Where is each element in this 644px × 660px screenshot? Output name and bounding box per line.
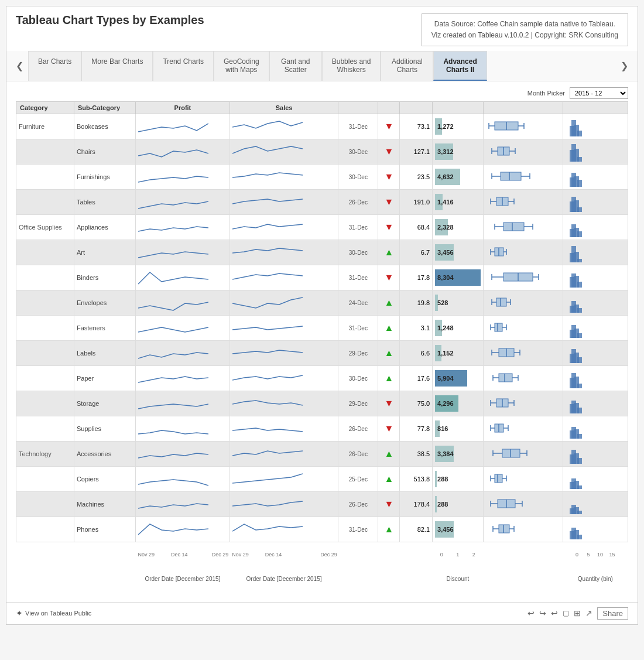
svg-rect-120 [502, 449, 520, 457]
trend-arrow: ▼ [378, 165, 400, 190]
trend-icon: ▼ [384, 272, 393, 282]
date-cell: 31-Dec [338, 265, 378, 290]
trend-icon: ▼ [384, 197, 393, 207]
svg-rect-66 [496, 298, 506, 306]
date-cell: 24-Dec [338, 290, 378, 316]
profit-sparkline-cell [136, 240, 230, 265]
sales-sparkline-cell [229, 215, 338, 240]
boxplot-svg [486, 343, 544, 362]
revert-button[interactable]: ↩ [551, 608, 558, 618]
sales-sparkline [232, 166, 303, 187]
next-arrow[interactable]: ❯ [616, 58, 633, 74]
table-row: Envelopes 24-Dec ▲ 19.8 528 [16, 290, 628, 316]
boxplot-cell [483, 391, 563, 416]
sales-value-label: 1,416 [435, 199, 454, 206]
trend-icon: ▲ [384, 247, 393, 257]
sales-value-label: 3,456 [435, 249, 454, 256]
tab-more-bar-charts[interactable]: More Bar Charts [81, 51, 153, 81]
svg-rect-21 [501, 172, 521, 180]
profit-sparkline-cell [136, 492, 230, 517]
sales-bar-cell: 288 [433, 492, 484, 517]
tab-additional-charts[interactable]: AdditionalCharts [381, 51, 433, 81]
sales-sparkline-cell [229, 341, 338, 366]
tab-geocoding[interactable]: GeoCodingwith Maps [214, 51, 269, 81]
subcategory-cell: Bookcases [74, 114, 135, 139]
tab-advanced-charts[interactable]: AdvancedCharts II [433, 51, 487, 81]
table-row: Paper 30-Dec ▲ 17.6 5,904 [16, 366, 628, 391]
trend-value: 17.6 [400, 366, 433, 391]
trend-value: 68.4 [400, 215, 433, 240]
sales-sparkline-cell [229, 139, 338, 165]
date-cell: 29-Dec [338, 391, 378, 416]
footer-view-link[interactable]: ✦ View on Tableau Public [16, 608, 91, 618]
svg-rect-129 [495, 474, 502, 483]
sales-bar-cell: 1,272 [433, 114, 484, 139]
tab-bubbles-whiskers[interactable]: Bubbles andWhiskers [322, 51, 381, 81]
date-cell: 26-Dec [338, 492, 378, 517]
profit-sparkline [138, 216, 208, 237]
table-row: Technology Accessories 26-Dec ▲ 38.5 3,3… [16, 442, 628, 467]
trend-icon: ▼ [384, 121, 393, 131]
boxplot-svg [486, 318, 544, 337]
histogram-cell [563, 190, 628, 215]
trend-arrow: ▼ [378, 492, 400, 517]
redo-button[interactable]: ↪ [539, 608, 546, 618]
category-cell: Furniture [16, 114, 74, 139]
subcategory-cell: Phones [74, 517, 135, 542]
profit-sparkline-cell [136, 114, 230, 139]
col-header-salesbar [433, 102, 484, 114]
sales-sparkline [232, 115, 303, 136]
month-picker-select[interactable]: 2015 - 12 [570, 87, 628, 99]
trend-value: 191.0 [400, 190, 433, 215]
tab-bar-charts[interactable]: Bar Charts [28, 51, 81, 81]
col-header-value [400, 102, 433, 114]
histogram-svg [566, 443, 612, 464]
tab-trend-charts[interactable]: Trend Charts [153, 51, 214, 81]
sales-bar: 288 [435, 471, 481, 487]
undo-button[interactable]: ↩ [527, 608, 535, 618]
boxplot-cell [483, 316, 563, 341]
profit-sparkline [138, 115, 208, 136]
sales-bar: 3,384 [435, 446, 481, 462]
sales-sparkline-cell [229, 290, 338, 316]
profit-sparkline [138, 367, 208, 388]
trend-value: 6.7 [400, 240, 433, 265]
table-row: Machines 26-Dec ▼ 178.4 288 [16, 492, 628, 517]
date-cell: 31-Dec [338, 114, 378, 139]
histogram-svg [566, 191, 612, 212]
trend-arrow: ▲ [378, 240, 400, 265]
sales-bar-cell: 2,328 [433, 215, 484, 240]
profit-sparkline-cell [136, 442, 230, 467]
svg-rect-35 [577, 207, 582, 212]
tab-gant-scatter[interactable]: Gant andScatter [269, 51, 322, 81]
share-button[interactable]: Share [597, 607, 628, 620]
sales-value-label: 528 [435, 299, 448, 306]
profit-sparkline-cell [136, 416, 230, 442]
date-cell: 25-Dec [338, 467, 378, 492]
pause-button[interactable]: ▢ [563, 609, 569, 617]
histogram-svg [566, 317, 612, 338]
sales-value-label: 4,296 [435, 400, 454, 407]
sales-sparkline [232, 317, 303, 338]
histogram-cell [563, 265, 628, 290]
table-header-row: Category Sub-Category Profit Sales [16, 102, 628, 114]
fullscreen-button[interactable]: ⊞ [574, 608, 581, 618]
main-content: Month Picker 2015 - 12 Category Sub-Cate… [6, 81, 638, 597]
sales-value-label: 1,272 [435, 123, 454, 130]
category-cell [16, 391, 74, 416]
table-row: Labels 29-Dec ▲ 6.6 1,152 [16, 341, 628, 366]
sales-sparkline-cell [229, 391, 338, 416]
table-row: Furnishings 30-Dec ▼ 23.5 4,632 [16, 165, 628, 190]
category-cell: Technology [16, 442, 74, 467]
boxplot-svg [486, 519, 544, 538]
histogram-svg [566, 166, 612, 187]
col-header-sales: Sales [229, 102, 338, 114]
histogram-svg [566, 468, 612, 489]
prev-arrow[interactable]: ❮ [11, 58, 28, 74]
trend-icon: ▼ [384, 222, 393, 232]
download-button[interactable]: ↗ [585, 608, 592, 618]
sales-bar: 3,456 [435, 244, 481, 261]
boxplot-cell [483, 467, 563, 492]
trend-value: 3.1 [400, 316, 433, 341]
svg-rect-107 [577, 408, 582, 413]
